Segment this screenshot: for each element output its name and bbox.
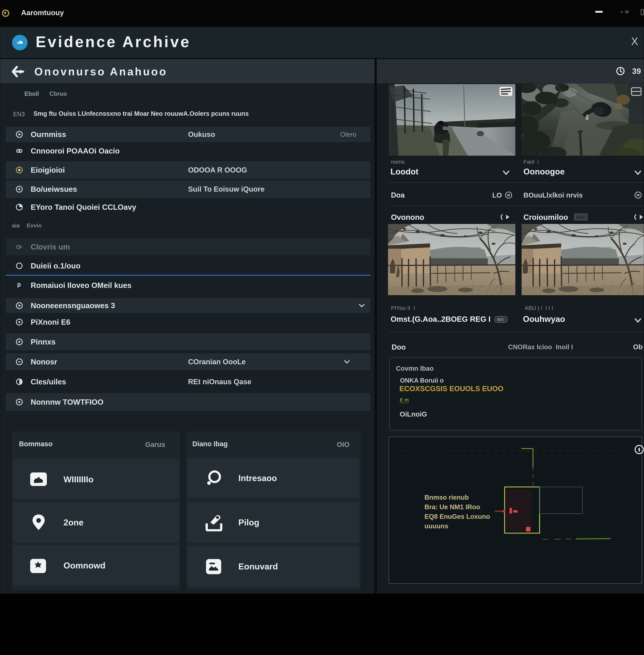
svg-text:Bra: Ue NM1 IRoo: Bra: Ue NM1 IRoo: [424, 503, 480, 511]
svg-text:uuuuns: uuuuns: [424, 522, 448, 530]
svg-text:Bnmso rienub: Bnmso rienub: [424, 494, 469, 501]
svg-text:EQ8 EnuGes Loxuno: EQ8 EnuGes Loxuno: [424, 513, 490, 520]
